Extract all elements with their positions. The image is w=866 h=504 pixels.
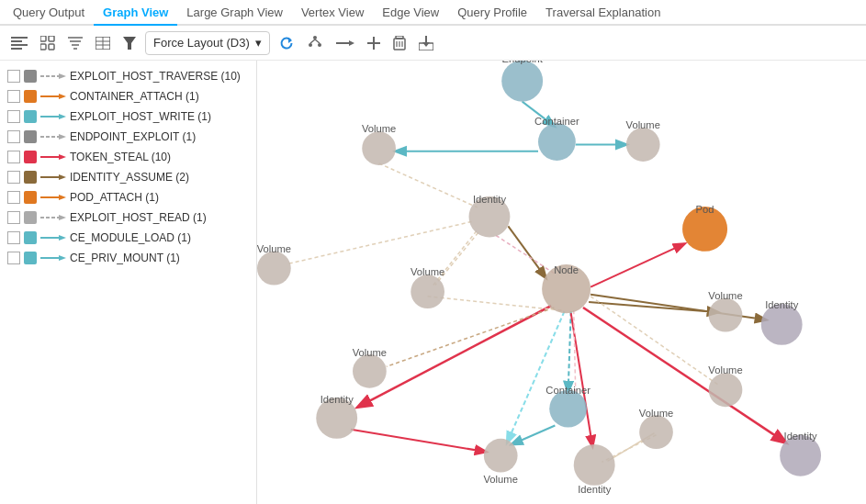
toolbar: Force Layout (D3) ▾ (0, 26, 866, 61)
svg-marker-48 (59, 195, 66, 200)
svg-rect-31 (396, 36, 403, 39)
align-left-button[interactable] (7, 35, 31, 51)
svg-point-86 (626, 128, 660, 162)
legend-item[interactable]: EXPLOIT_HOST_WRITE (1) (0, 106, 256, 127)
legend-checkbox[interactable] (7, 130, 20, 143)
legend-checkbox[interactable] (7, 231, 20, 244)
legend-color-box (24, 211, 37, 224)
svg-line-61 (358, 306, 551, 407)
svg-point-20 (318, 43, 321, 47)
legend-arrow-icon (40, 132, 66, 141)
legend-item[interactable]: TOKEN_STEAL (10) (0, 147, 256, 167)
legend-item[interactable]: IDENTITY_ASSUME (2) (0, 167, 256, 187)
legend-item-label: EXPLOIT_HOST_WRITE (1) (70, 110, 249, 123)
svg-marker-34 (422, 42, 430, 47)
tab-edge-view[interactable]: Edge View (373, 0, 448, 25)
svg-text:Node: Node (554, 264, 579, 275)
svg-rect-3 (11, 48, 22, 50)
tab-graph-view[interactable]: Graph View (94, 0, 177, 26)
svg-line-64 (387, 308, 555, 366)
legend-item[interactable]: CE_PRIV_MOUNT (1) (0, 248, 256, 268)
legend-checkbox[interactable] (7, 252, 20, 264)
svg-line-74 (574, 310, 576, 395)
svg-point-84 (362, 131, 396, 165)
legend-color-box (24, 110, 37, 123)
svg-text:Volume: Volume (353, 347, 387, 358)
legend-color-box (24, 90, 37, 103)
svg-text:Volume: Volume (411, 266, 444, 277)
legend-checkbox[interactable] (7, 171, 20, 184)
layout-label: Force Layout (D3) (153, 36, 250, 50)
refresh-button[interactable] (276, 34, 298, 52)
tab-bar: Query Output Graph View Large Graph View… (0, 0, 866, 26)
svg-text:Volume: Volume (639, 408, 673, 419)
svg-text:Volume: Volume (362, 123, 396, 134)
svg-line-62 (583, 308, 785, 442)
svg-line-72 (512, 426, 555, 444)
tab-query-output[interactable]: Query Output (4, 0, 94, 25)
legend-arrow-icon (40, 173, 66, 182)
svg-rect-5 (49, 36, 54, 41)
legend-checkbox[interactable] (7, 191, 20, 204)
legend-item[interactable]: CE_MODULE_LOAD (1) (0, 228, 256, 248)
svg-rect-6 (40, 44, 46, 50)
svg-rect-2 (11, 44, 28, 46)
tab-traversal-explanation[interactable]: Traversal Explanation (536, 0, 669, 25)
graph-area: Endpoint Container Volume Volume Identit… (257, 61, 866, 504)
svg-text:Identity: Identity (473, 194, 507, 205)
tab-query-profile[interactable]: Query Profile (448, 0, 536, 25)
svg-text:Volume: Volume (484, 474, 518, 485)
svg-line-58 (379, 163, 478, 207)
legend-checkbox[interactable] (7, 151, 20, 163)
filter-lines-button[interactable] (64, 35, 86, 51)
legend-item[interactable]: POD_ATTACH (1) (0, 187, 256, 207)
svg-text:Identity: Identity (765, 299, 799, 310)
svg-marker-16 (123, 37, 136, 50)
main-content: EXPLOIT_HOST_TRAVERSE (10)CONTAINER_ATTA… (0, 61, 866, 504)
legend-item[interactable]: EXPLOIT_HOST_READ (1) (0, 207, 256, 228)
grid-button[interactable] (37, 34, 59, 52)
legend-item[interactable]: EXPLOIT_HOST_TRAVERSE (10) (0, 66, 256, 86)
legend-item-label: EXPLOIT_HOST_READ (1) (70, 211, 249, 224)
tab-vertex-view[interactable]: Vertex View (292, 0, 373, 25)
legend-color-box (24, 191, 37, 204)
legend-checkbox[interactable] (7, 110, 20, 123)
legend-checkbox[interactable] (7, 90, 20, 103)
legend-checkbox[interactable] (7, 211, 20, 224)
svg-text:Endpoint: Endpoint (502, 61, 544, 64)
layout-select[interactable]: Force Layout (D3) ▾ (145, 31, 270, 55)
tab-large-graph-view[interactable]: Large Graph View (177, 0, 292, 25)
layout-tree-button[interactable] (303, 34, 327, 52)
legend-item-label: POD_ATTACH (1) (70, 191, 249, 204)
svg-point-82 (538, 123, 576, 161)
legend-color-box (24, 130, 37, 143)
legend-item-label: ENDPOINT_EXPLOIT (1) (70, 130, 249, 143)
delete-button[interactable] (389, 34, 410, 52)
svg-line-77 (351, 430, 486, 452)
svg-marker-40 (59, 114, 66, 119)
export-button[interactable] (415, 34, 437, 52)
legend-item-label: CONTAINER_ATTACH (1) (70, 90, 249, 103)
svg-marker-38 (59, 94, 66, 99)
svg-text:Volume: Volume (708, 364, 742, 375)
svg-marker-46 (59, 174, 66, 180)
svg-point-92 (257, 252, 291, 286)
svg-marker-42 (59, 134, 66, 140)
funnel-button[interactable] (119, 35, 140, 51)
legend-item[interactable]: ENDPOINT_EXPLOIT (1) (0, 127, 256, 147)
svg-point-98 (709, 298, 743, 332)
svg-point-108 (484, 439, 518, 473)
svg-marker-50 (59, 215, 66, 220)
svg-marker-36 (59, 73, 66, 79)
svg-line-21 (310, 39, 315, 43)
svg-point-114 (709, 373, 743, 407)
legend-checkbox[interactable] (7, 70, 20, 83)
table-button[interactable] (92, 35, 114, 51)
svg-text:Volume: Volume (708, 290, 742, 301)
legend-item[interactable]: CONTAINER_ATTACH (1) (0, 86, 256, 106)
svg-text:Identity: Identity (784, 431, 818, 442)
add-button[interactable] (364, 35, 384, 51)
legend-color-box (24, 70, 37, 83)
svg-line-59 (289, 221, 473, 263)
arrow-button[interactable] (332, 37, 358, 50)
